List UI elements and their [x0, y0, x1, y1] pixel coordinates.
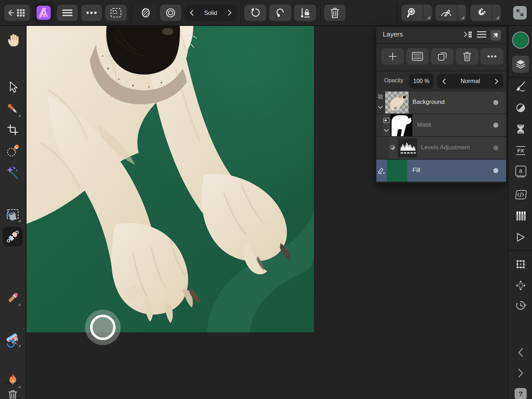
mask-silhouette [390, 114, 412, 136]
help-button[interactable]: ? [511, 385, 531, 399]
pin-panel-button[interactable] [491, 30, 501, 40]
opacity-value-field[interactable]: 100 % [409, 74, 434, 89]
redo-history-button[interactable] [269, 5, 291, 21]
fill-style-stepper[interactable]: Solid [185, 5, 237, 21]
blend-mode-value: Normal [461, 78, 480, 85]
layer-gutter[interactable] [376, 92, 385, 113]
fill-style-value: Solid [204, 10, 217, 16]
chevron-down-icon[interactable] [378, 106, 383, 109]
selection-brush-tool[interactable] [3, 141, 23, 161]
chevron-right-icon[interactable] [495, 78, 498, 84]
studio-tab-arrange[interactable] [511, 276, 531, 295]
layer-thumbnail-levels[interactable] [398, 138, 417, 157]
delete-tool[interactable] [3, 385, 23, 399]
previous-panel-button[interactable] [511, 343, 531, 362]
studio-tab-layers[interactable] [512, 56, 529, 73]
studio-tab-channels[interactable] [511, 207, 531, 225]
studio-tab-effects[interactable]: FX [511, 141, 531, 160]
fullscreen-button[interactable] [513, 6, 527, 20]
move-tool[interactable] [3, 77, 23, 97]
color-swatch-circle [512, 31, 530, 49]
layer-row-fill[interactable]: Fill [376, 160, 506, 182]
color-picker-tool[interactable] [3, 99, 23, 119]
snapping-magnet-icon [476, 7, 486, 18]
chevron-down-icon[interactable] [384, 129, 389, 132]
snapping-options-drop[interactable] [492, 5, 501, 21]
panel-menu-button[interactable] [477, 30, 487, 39]
layer-options-button[interactable] [463, 30, 473, 39]
layer-row-mask[interactable]: Mask [376, 114, 506, 136]
gradient-tool[interactable] [3, 227, 23, 246]
trash-icon [463, 51, 471, 61]
magic-wand-tool[interactable] [3, 163, 23, 183]
chevron-left-icon[interactable] [190, 10, 194, 16]
layer-gutter[interactable] [382, 114, 390, 136]
top-toolbar: Solid [0, 0, 532, 26]
sidebar-divider [509, 250, 532, 251]
assistant-options-drop[interactable] [458, 5, 466, 21]
studio-tab-history[interactable] [511, 296, 531, 315]
visibility-dot[interactable] [493, 168, 498, 173]
layer-thumbnail-background[interactable] [385, 92, 409, 113]
studio-tab-macros[interactable] [511, 228, 531, 246]
add-layer-button[interactable] [381, 48, 404, 65]
studio-tab-brushes[interactable] [511, 77, 531, 96]
studio-tab-sources[interactable] [511, 185, 531, 204]
layer-indent [382, 137, 388, 159]
current-color-well[interactable] [511, 31, 531, 49]
layer-gutter[interactable] [376, 160, 386, 182]
hamburger-menu-icon [477, 30, 487, 39]
more-options-button[interactable] [81, 5, 102, 21]
layer-row-levels-adjustment[interactable]: Levels Adjustment [376, 137, 506, 159]
code-icon [514, 190, 527, 200]
toolbar-divider [240, 4, 241, 22]
layer-thumbnail-fill[interactable] [387, 160, 408, 182]
add-mask-button[interactable] [406, 48, 429, 65]
studio-tab-transform[interactable] [511, 255, 531, 273]
app-logo-button[interactable] [33, 2, 54, 23]
fill-hatched-button[interactable] [135, 5, 156, 21]
opacity-label: Opacity [384, 77, 403, 84]
blend-mode-stepper[interactable]: Normal [437, 74, 503, 89]
delete-button[interactable] [324, 5, 345, 21]
canvas[interactable] [27, 26, 314, 332]
fill-ring-button[interactable] [160, 5, 181, 21]
next-panel-button[interactable] [511, 364, 531, 382]
crop-tool[interactable] [3, 120, 23, 140]
duplicate-layer-button[interactable] [431, 48, 454, 65]
smudge-tool[interactable] [3, 333, 23, 353]
undo-button[interactable] [244, 5, 266, 21]
layer-more-button[interactable] [481, 48, 503, 65]
visibility-dot[interactable] [493, 100, 498, 105]
hand-tool[interactable] [3, 30, 23, 50]
visibility-dot[interactable] [493, 123, 498, 128]
brush-cursor-ring [90, 315, 116, 340]
affinity-photo-logo [37, 6, 51, 20]
edit-lock-button[interactable] [294, 5, 316, 21]
paint-brush-tool[interactable] [3, 288, 23, 308]
zoom-options-drop[interactable] [423, 5, 432, 21]
chevron-right-icon[interactable] [228, 10, 232, 16]
select-all-button[interactable] [105, 5, 127, 21]
layers-panel-toolbar [376, 44, 506, 71]
affinity-photo-window: { "app": {"name": "Affinity Photo for iP… [0, 0, 532, 399]
studio-tab-adjustments[interactable] [511, 99, 531, 117]
menu-button[interactable] [57, 5, 78, 21]
delete-layer-button[interactable] [456, 48, 478, 65]
paint-brush-icon [6, 291, 20, 305]
back-and-apps-button[interactable] [4, 5, 30, 21]
snapping-split-button[interactable] [470, 5, 501, 21]
flood-fill-tool[interactable] [3, 206, 23, 226]
assistant-split-button[interactable] [436, 5, 466, 21]
layer-row-background[interactable]: Background [376, 92, 506, 113]
tools-sidebar [0, 26, 26, 399]
layer-thumbnail-mask[interactable] [390, 114, 412, 136]
layer-gutter[interactable] [388, 137, 397, 159]
zoom-split-button[interactable] [401, 5, 432, 21]
chevron-left-icon[interactable] [442, 78, 446, 84]
arrange-icon [515, 280, 526, 291]
hamburger-menu-icon [62, 9, 72, 16]
studio-tab-live-filters[interactable] [511, 120, 531, 138]
app-grid-icon [17, 9, 25, 17]
visibility-dot[interactable] [493, 145, 498, 150]
